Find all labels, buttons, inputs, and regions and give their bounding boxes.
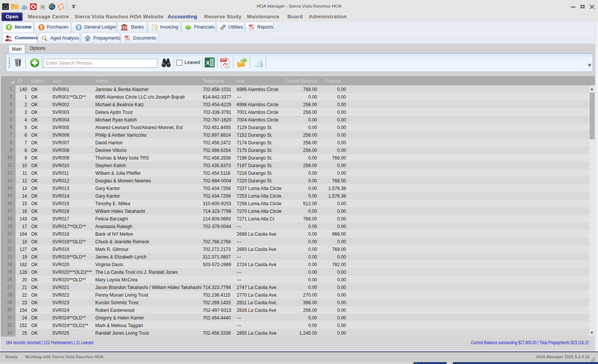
svg-text:$: $ [77,25,80,30]
svg-text:PDF: PDF [249,25,252,27]
svg-text:PDF: PDF [125,36,128,38]
svg-text:Adobe: Adobe [225,66,230,68]
svg-text:$: $ [8,25,10,30]
svg-text:$: $ [40,25,43,30]
svg-text:X: X [206,59,210,66]
svg-text:PDF: PDF [221,59,226,61]
